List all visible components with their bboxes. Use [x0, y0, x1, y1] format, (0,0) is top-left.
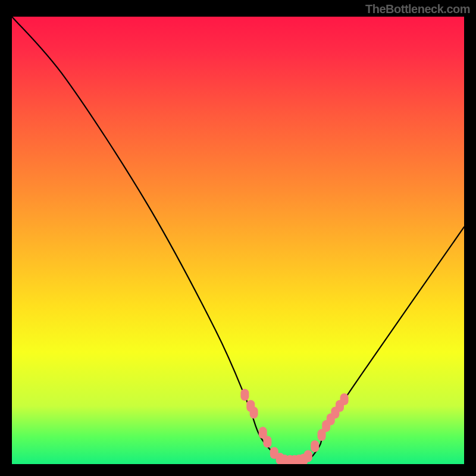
bottleneck-curve-line	[12, 17, 464, 464]
marker-bead	[311, 440, 319, 452]
marker-bead	[250, 407, 258, 419]
watermark-text: TheBottleneck.com	[365, 2, 470, 16]
marker-bead	[240, 389, 249, 400]
marker-bead	[263, 436, 271, 447]
marker-beads-group	[240, 389, 348, 464]
chart-svg	[12, 17, 464, 464]
chart-container: TheBottleneck.com	[0, 0, 476, 476]
plot-area	[12, 17, 464, 464]
marker-bead	[340, 393, 349, 405]
marker-bead	[304, 450, 312, 462]
